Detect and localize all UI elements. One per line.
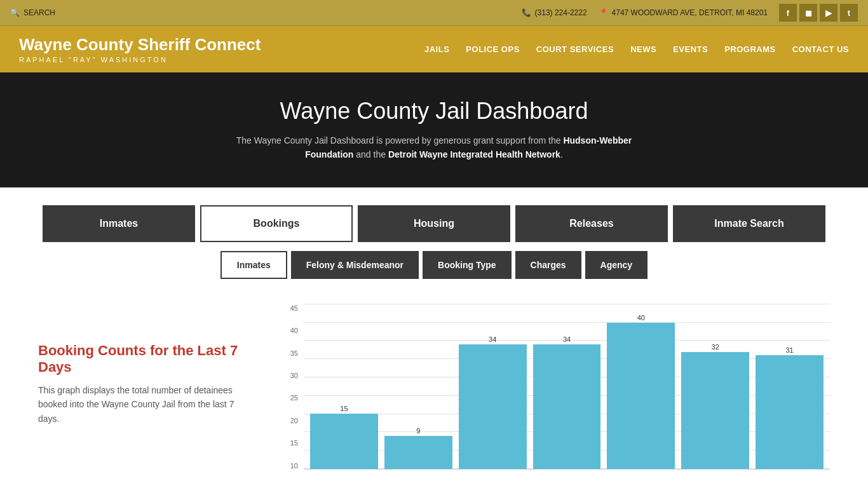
inmates-button[interactable]: Inmates <box>43 205 195 242</box>
top-bar-right: 📞 (313) 224-2222 📍 4747 WOODWARD AVE, DE… <box>522 4 858 22</box>
bar-7: 31 <box>756 304 824 469</box>
y-axis: 45 40 35 30 25 20 15 10 <box>280 304 302 470</box>
sub-inmates-button[interactable]: Inmates <box>220 251 287 279</box>
y-label-30: 30 <box>290 372 298 379</box>
phone-contact: 📞 (313) 224-2222 <box>522 8 587 17</box>
chart-title: Booking Counts for the Last 7 Days <box>38 342 254 376</box>
hero-and: and the <box>353 149 388 159</box>
nav-events[interactable]: EVENTS <box>673 44 708 54</box>
chart-description: Booking Counts for the Last 7 Days This … <box>38 304 254 426</box>
y-label-10: 10 <box>290 462 298 470</box>
nav-news[interactable]: NEWS <box>630 44 656 54</box>
hero-description: The Wayne County Jail Dashboard is power… <box>212 133 656 162</box>
search-label: SEARCH <box>24 8 55 17</box>
y-label-40: 40 <box>290 327 298 334</box>
location-icon: 📍 <box>599 8 608 17</box>
page-title: Wayne County Jail Dashboard <box>13 98 855 125</box>
facebook-icon[interactable]: f <box>779 4 797 22</box>
bar-6-rect <box>681 352 749 469</box>
bar-4: 34 <box>533 304 601 469</box>
top-bar: 🔍 SEARCH 📞 (313) 224-2222 📍 4747 WOODWAR… <box>0 0 868 26</box>
hero-desc-text: The Wayne County Jail Dashboard is power… <box>236 135 564 146</box>
twitter-icon[interactable]: t <box>840 4 858 22</box>
bookings-button[interactable]: Bookings <box>200 205 353 242</box>
housing-button[interactable]: Housing <box>358 205 510 242</box>
y-label-35: 35 <box>290 349 298 357</box>
releases-button[interactable]: Releases <box>515 205 668 242</box>
chart-area: 45 40 35 30 25 20 15 10 <box>280 304 830 482</box>
bar-7-value: 31 <box>785 346 793 354</box>
youtube-icon[interactable]: ▶ <box>820 4 837 22</box>
inmate-search-button[interactable]: Inmate Search <box>673 205 825 242</box>
bar-3: 34 <box>459 304 527 469</box>
main-nav: JAILS POLICE OPS COURT SERVICES NEWS EVE… <box>424 44 849 54</box>
booking-type-button[interactable]: Booking Type <box>423 251 512 279</box>
y-label-15: 15 <box>290 439 298 447</box>
bar-2-value: 9 <box>416 427 420 435</box>
chart-container: 45 40 35 30 25 20 15 10 <box>280 304 830 482</box>
bar-3-rect <box>459 344 527 469</box>
bar-5-value: 40 <box>637 314 645 322</box>
social-links: f ◼ ▶ t <box>779 4 858 22</box>
nav-contact-us[interactable]: CONTACT US <box>792 44 849 54</box>
bar-6-value: 32 <box>712 343 719 351</box>
network-name: Detroit Wayne Integrated Health Network <box>388 149 560 159</box>
bar-4-value: 34 <box>563 336 571 343</box>
bars-row: 15 9 34 34 <box>304 304 830 469</box>
address-contact: 📍 4747 WOODWARD AVE, DETROIT, MI 48201 <box>599 8 768 17</box>
bar-2: 9 <box>384 304 452 469</box>
nav-row-2: Inmates Felony & Misdemeanor Booking Typ… <box>38 251 830 279</box>
bar-2-rect <box>384 436 452 469</box>
phone-number: (313) 224-2222 <box>535 8 587 17</box>
bar-5-rect <box>607 323 675 469</box>
content-area: Booking Counts for the Last 7 Days This … <box>0 285 868 488</box>
bar-chart: 45 40 35 30 25 20 15 10 <box>280 304 830 482</box>
bar-3-value: 34 <box>489 336 496 343</box>
chart-desc-text: This graph displays the total number of … <box>38 383 254 426</box>
hero-period: . <box>560 149 563 159</box>
nav-jails[interactable]: JAILS <box>424 44 449 54</box>
chart-plot: 15 9 34 34 <box>304 304 830 470</box>
search-bar[interactable]: 🔍 SEARCH <box>10 8 55 17</box>
bar-7-rect <box>756 355 824 468</box>
instagram-icon[interactable]: ◼ <box>799 4 817 22</box>
phone-icon: 📞 <box>522 8 531 17</box>
header: Wayne County Sheriff Connect RAPHAEL "RA… <box>0 26 868 72</box>
bar-1-value: 15 <box>340 405 348 412</box>
bar-1: 15 <box>310 304 378 469</box>
y-label-25: 25 <box>290 394 298 402</box>
bar-5: 40 <box>607 304 675 469</box>
nav-police-ops[interactable]: POLICE OPS <box>466 44 519 54</box>
bar-4-rect <box>533 344 601 469</box>
brand-name: Wayne County Sheriff Connect <box>19 35 261 55</box>
brand-subtitle: RAPHAEL "RAY" WASHINGTON <box>19 56 261 64</box>
brand: Wayne County Sheriff Connect RAPHAEL "RA… <box>19 35 261 64</box>
nav-row-1: Inmates Bookings Housing Releases Inmate… <box>38 205 830 242</box>
address-text: 4747 WOODWARD AVE, DETROIT, MI 48201 <box>612 8 768 17</box>
felony-misdemeanor-button[interactable]: Felony & Misdemeanor <box>291 251 419 279</box>
y-label-45: 45 <box>290 304 298 312</box>
nav-buttons-section: Inmates Bookings Housing Releases Inmate… <box>0 187 868 285</box>
charges-button[interactable]: Charges <box>515 251 581 279</box>
hero-section: Wayne County Jail Dashboard The Wayne Co… <box>0 72 868 187</box>
agency-button[interactable]: Agency <box>585 251 648 279</box>
nav-court-services[interactable]: COURT SERVICES <box>536 44 614 54</box>
y-label-20: 20 <box>290 417 298 424</box>
bar-6: 32 <box>681 304 749 469</box>
bar-1-rect <box>310 414 378 468</box>
search-icon: 🔍 <box>10 8 20 17</box>
nav-programs[interactable]: PROGRAMS <box>724 44 776 54</box>
